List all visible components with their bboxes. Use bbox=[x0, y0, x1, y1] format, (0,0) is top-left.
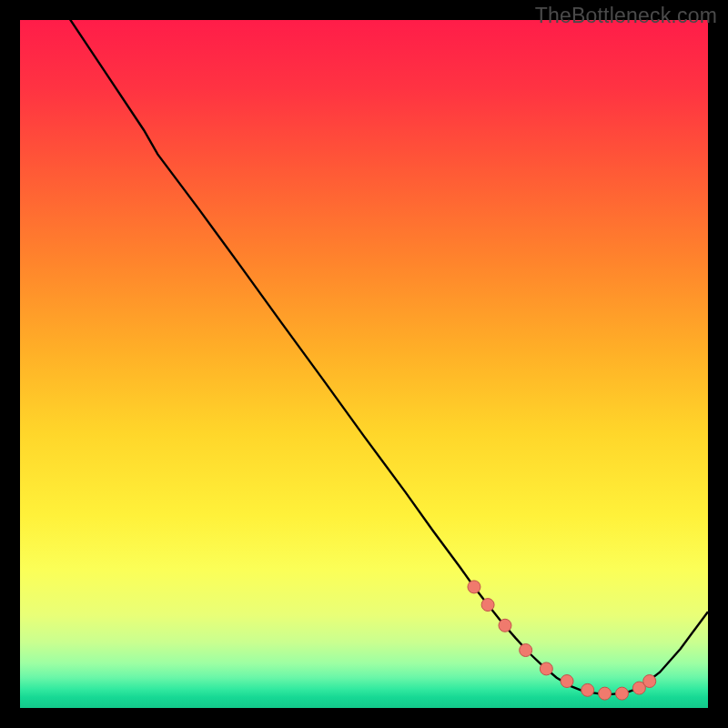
marker-point bbox=[616, 687, 629, 700]
marker-point bbox=[468, 581, 480, 593]
marker-point bbox=[581, 683, 594, 696]
marker-point bbox=[540, 662, 552, 675]
marker-point bbox=[481, 599, 494, 612]
curve-layer bbox=[20, 20, 708, 708]
marker-point bbox=[561, 675, 573, 688]
chart-frame: TheBottleneck.com bbox=[0, 0, 728, 728]
marker-point bbox=[599, 687, 612, 700]
plot-area bbox=[20, 20, 708, 708]
marker-point bbox=[643, 675, 656, 688]
highlight-markers bbox=[468, 581, 656, 700]
bottleneck-curve bbox=[20, 20, 708, 694]
marker-point bbox=[499, 619, 511, 632]
marker-point bbox=[520, 644, 532, 657]
